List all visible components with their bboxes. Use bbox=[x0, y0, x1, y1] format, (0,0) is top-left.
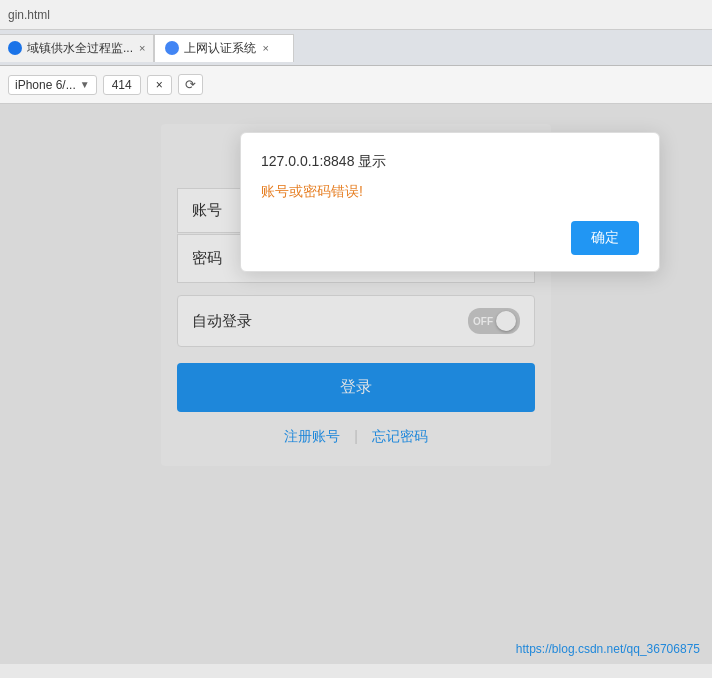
toggle-label: OFF bbox=[473, 316, 493, 327]
links-row: 注册账号 | 忘记密码 bbox=[177, 428, 535, 446]
forgot-password-link[interactable]: 忘记密码 bbox=[372, 428, 428, 444]
page-content: 登录 账号 131242124 密码 •••••••••• 自动登录 OFF 登… bbox=[0, 104, 712, 664]
account-label: 账号 bbox=[192, 201, 232, 220]
tab-close-2[interactable]: × bbox=[262, 42, 268, 54]
page-title: gin.html bbox=[8, 8, 50, 22]
device-name: iPhone 6/... bbox=[15, 78, 76, 92]
login-button[interactable]: 登录 bbox=[177, 363, 535, 412]
browser-titlebar: gin.html bbox=[0, 0, 712, 30]
tab-label-2: 上网认证系统 bbox=[184, 40, 256, 57]
alert-dialog: 127.0.0.1:8848 显示 账号或密码错误! 确定 bbox=[240, 132, 660, 272]
device-selector[interactable]: iPhone 6/... ▼ bbox=[8, 75, 97, 95]
register-link[interactable]: 注册账号 bbox=[284, 428, 340, 444]
alert-footer: 确定 bbox=[261, 221, 639, 255]
close-icon-x[interactable]: × bbox=[147, 75, 172, 95]
toggle-knob bbox=[496, 311, 516, 331]
link-separator: | bbox=[354, 428, 358, 444]
alert-ok-button[interactable]: 确定 bbox=[571, 221, 639, 255]
auto-login-toggle[interactable]: OFF bbox=[468, 308, 520, 334]
auto-login-row: 自动登录 OFF bbox=[177, 295, 535, 347]
browser-tab-1[interactable]: 域镇供水全过程监... × bbox=[0, 34, 154, 62]
tab-favicon-1 bbox=[8, 41, 22, 55]
browser-tabbar: 域镇供水全过程监... × 上网认证系统 × bbox=[0, 30, 712, 66]
browser-addressbar: iPhone 6/... ▼ 414 × ⟳ bbox=[0, 66, 712, 104]
alert-title: 127.0.0.1:8848 显示 bbox=[261, 153, 639, 171]
tab-close-1[interactable]: × bbox=[139, 42, 145, 54]
tab-label-1: 域镇供水全过程监... bbox=[27, 40, 133, 57]
browser-tab-2[interactable]: 上网认证系统 × bbox=[154, 34, 294, 62]
tab-favicon-2 bbox=[165, 41, 179, 55]
footer-watermark: https://blog.csdn.net/qq_36706875 bbox=[516, 642, 700, 656]
password-label: 密码 bbox=[192, 249, 232, 268]
chevron-down-icon: ▼ bbox=[80, 79, 90, 90]
viewport-width: 414 bbox=[103, 75, 141, 95]
rotate-icon[interactable]: ⟳ bbox=[178, 74, 203, 95]
auto-login-label: 自动登录 bbox=[192, 312, 252, 331]
alert-message: 账号或密码错误! bbox=[261, 183, 639, 201]
